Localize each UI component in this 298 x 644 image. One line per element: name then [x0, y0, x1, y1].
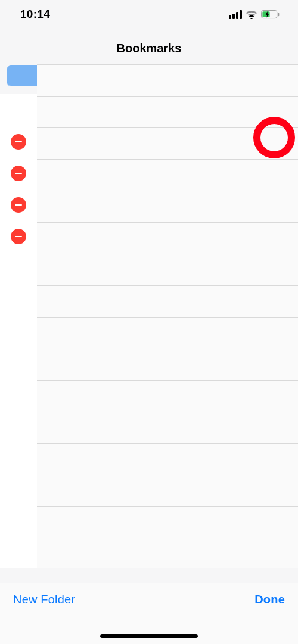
- delete-button[interactable]: [11, 197, 26, 213]
- home-indicator[interactable]: [100, 634, 198, 638]
- bottom-toolbar: New Folder Done: [0, 583, 298, 644]
- status-time: 10:14: [20, 8, 50, 21]
- bookmarks-list: Favorites Gift IdeasRecipesiPhone User G…: [0, 94, 298, 568]
- cellular-signal-icon: [229, 10, 242, 19]
- svg-rect-2: [278, 13, 279, 16]
- status-bar: 10:14: [0, 0, 298, 29]
- delete-button[interactable]: [11, 134, 26, 150]
- delete-button[interactable]: [11, 166, 26, 181]
- page-title: Bookmarks: [0, 29, 298, 65]
- battery-charging-icon: [261, 10, 280, 19]
- done-button[interactable]: Done: [254, 593, 285, 606]
- new-folder-button[interactable]: New Folder: [13, 593, 75, 606]
- delete-button[interactable]: [11, 229, 26, 244]
- wifi-icon: [246, 10, 257, 19]
- empty-row: [0, 536, 298, 568]
